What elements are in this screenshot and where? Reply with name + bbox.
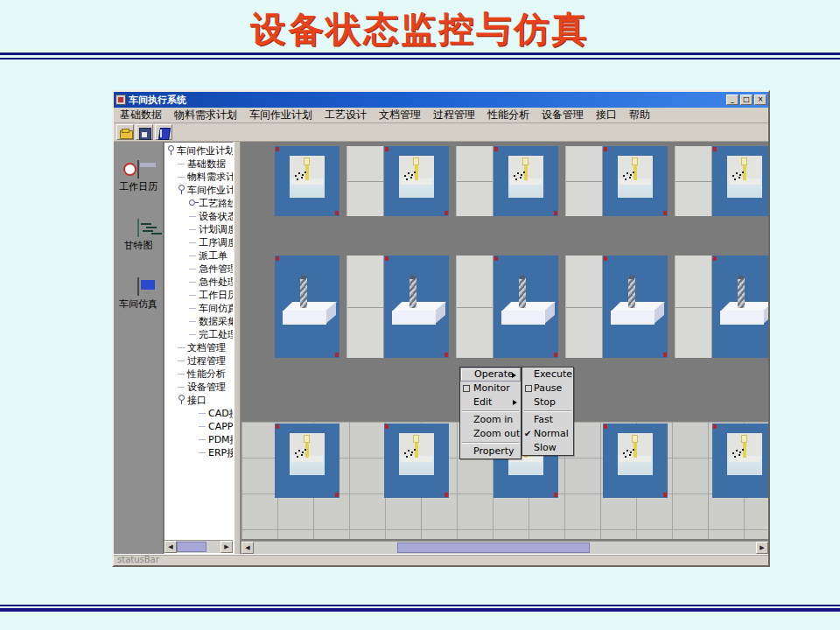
tree-item[interactable]: 工作日历	[164, 289, 233, 302]
machine-cell[interactable]	[603, 424, 668, 498]
panel-splitter[interactable]	[234, 142, 241, 554]
machine-cell[interactable]	[384, 424, 449, 498]
tree-item[interactable]: PDM接口	[164, 433, 233, 446]
work-table	[456, 146, 494, 216]
machine-cell[interactable]	[712, 256, 768, 358]
drill-holder-icon	[413, 158, 419, 165]
menu-item-zoom-out[interactable]: Zoom out	[460, 427, 521, 441]
machine-cell[interactable]	[603, 146, 668, 216]
machine-cell[interactable]	[494, 256, 558, 358]
work-table	[346, 146, 384, 216]
tree-item[interactable]: 性能分析	[164, 368, 233, 381]
menu-item-normal[interactable]: ✔Normal	[522, 427, 573, 441]
sidebar-item-gantt[interactable]: 甘特图	[124, 220, 153, 252]
menu-process-mgmt[interactable]: 过程管理	[427, 108, 481, 122]
menu-doc-mgmt[interactable]: 文档管理	[373, 108, 427, 122]
tree-item[interactable]: CAPP接口	[164, 420, 233, 433]
scroll-right-icon[interactable]: ▶	[220, 541, 233, 553]
scroll-left-icon[interactable]: ◀	[164, 541, 177, 553]
tree-item[interactable]: 车间作业计划	[164, 184, 233, 197]
machine-cell[interactable]	[275, 146, 340, 216]
minimize-button[interactable]: _	[726, 94, 738, 105]
machine-cell[interactable]	[275, 424, 340, 498]
tree-item[interactable]: 急件管理	[164, 262, 233, 276]
menu-item-edit[interactable]: Edit	[460, 396, 521, 410]
save-icon[interactable]	[136, 124, 153, 140]
menu-item-fast[interactable]: Fast	[522, 413, 573, 427]
machine-cell[interactable]	[275, 256, 340, 358]
menu-item-stop[interactable]: Stop	[522, 396, 573, 410]
tree-item[interactable]: 基础数据	[164, 158, 233, 171]
menu-basic-data[interactable]: 基础数据	[114, 108, 168, 122]
menu-item-property[interactable]: Property	[460, 444, 521, 458]
status-mark	[444, 493, 448, 497]
machine-cell[interactable]	[603, 256, 668, 358]
work-table	[565, 256, 603, 358]
tree-item[interactable]: 接口	[164, 394, 233, 407]
machine-cell[interactable]	[494, 146, 558, 216]
sidebar-item-simulation[interactable]: 车间仿真	[119, 278, 158, 311]
menu-item-execute[interactable]: Execute	[522, 368, 573, 382]
status-mark	[335, 211, 339, 215]
tree-leaf-icon	[178, 342, 187, 352]
drill-bit-icon	[305, 165, 309, 180]
tree-item[interactable]: 文档管理	[164, 341, 233, 354]
divider-line	[0, 52, 840, 55]
status-mark	[554, 353, 557, 357]
drill-holder-icon	[304, 158, 310, 165]
scrollbar-thumb[interactable]	[397, 542, 590, 553]
menu-equipment[interactable]: 设备管理	[536, 108, 590, 122]
tree-item[interactable]: 急件处理	[164, 276, 233, 289]
maximize-button[interactable]: □	[740, 94, 752, 105]
menu-item-pause[interactable]: Pause	[522, 382, 573, 396]
tree-leaf-icon	[199, 408, 208, 417]
menu-shop-plan[interactable]: 车间作业计划	[243, 108, 318, 122]
tree-leaf-icon	[189, 290, 199, 299]
menu-item-monitor[interactable]: Monitor	[460, 382, 521, 396]
tree-item[interactable]: 过程管理	[164, 354, 233, 368]
open-folder-icon[interactable]	[116, 124, 134, 140]
menu-performance[interactable]: 性能分析	[481, 108, 536, 122]
sidebar-item-work-calendar[interactable]: 工作日历	[119, 161, 158, 193]
tree-item[interactable]: 车间仿真	[164, 302, 233, 315]
tree-node-icon	[178, 185, 187, 194]
tree-item[interactable]: 设备管理	[164, 381, 233, 394]
machine-worktop	[508, 156, 543, 198]
tree-item[interactable]: 派工单	[164, 249, 233, 262]
machine-worktop	[290, 433, 325, 475]
machine-cell[interactable]	[712, 424, 768, 498]
machine-cell[interactable]	[384, 256, 449, 358]
menu-item-zoom-in[interactable]: Zoom in	[460, 413, 521, 427]
page-title: 设备状态监控与仿真	[0, 5, 840, 53]
window-titlebar: 车间执行系统 _ □ ×	[114, 92, 768, 108]
tree-item[interactable]: 设备状态	[164, 210, 233, 223]
menu-process-design[interactable]: 工艺设计	[318, 108, 373, 122]
scroll-left-icon[interactable]: ◀	[242, 542, 254, 554]
tree-item[interactable]: 计划调度	[164, 223, 233, 236]
tree-item[interactable]: CAD接口	[164, 407, 233, 420]
tree-item[interactable]: 车间作业计划	[164, 144, 233, 158]
machine-cell[interactable]	[384, 146, 449, 216]
tree-item[interactable]: 工序调度	[164, 236, 233, 249]
tree-item[interactable]: 物料需求计划	[164, 171, 233, 184]
scrollbar-thumb[interactable]	[177, 542, 206, 552]
drill-bit-icon	[305, 443, 309, 458]
scroll-right-icon[interactable]: ▶	[756, 542, 768, 554]
menu-interface[interactable]: 接口	[590, 108, 623, 122]
menu-item-operate[interactable]: Operate	[460, 368, 521, 382]
menu-mrp[interactable]: 物料需求计划	[168, 108, 243, 122]
menu-help[interactable]: 帮助	[623, 108, 656, 122]
tree-item[interactable]: 工艺路线	[164, 197, 233, 210]
machine-cell[interactable]	[712, 146, 768, 216]
close-button[interactable]: ×	[754, 94, 766, 105]
context-submenu: Execute Pause Stop Fast ✔Normal Slow	[522, 367, 574, 456]
sim-canvas[interactable]	[242, 142, 768, 541]
menu-item-slow[interactable]: Slow	[522, 441, 573, 455]
help-book-icon[interactable]	[155, 124, 172, 140]
tree-item[interactable]: 数据采集	[164, 315, 233, 328]
tree-item[interactable]: 完工处理	[164, 328, 233, 341]
status-mark	[554, 493, 557, 497]
tree-leaf-icon	[199, 421, 208, 430]
tree-item[interactable]: ERP接口	[164, 446, 233, 459]
tree-leaf-icon	[189, 276, 199, 286]
